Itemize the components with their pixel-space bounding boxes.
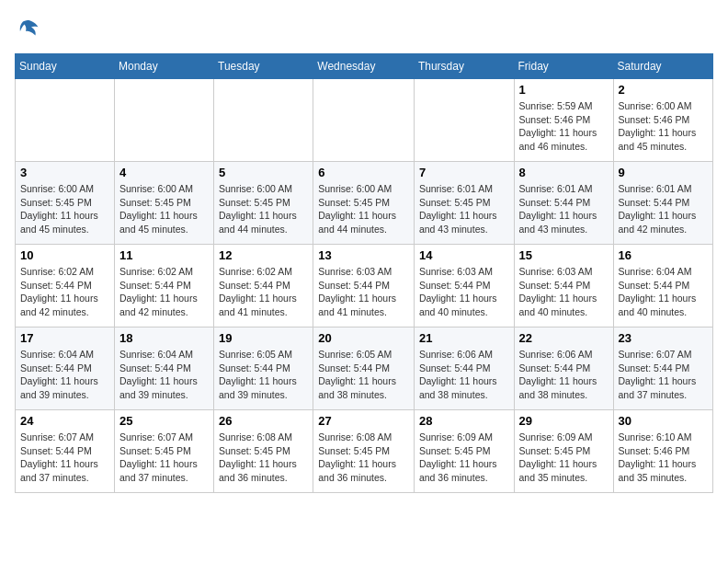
page-header (15, 15, 713, 42)
day-number: 7 (419, 166, 509, 179)
day-number: 29 (519, 414, 609, 428)
calendar-cell (214, 79, 313, 162)
day-info: Sunrise: 6:10 AM Sunset: 5:46 PM Dayligh… (619, 431, 708, 485)
day-info: Sunrise: 6:03 AM Sunset: 5:44 PM Dayligh… (318, 265, 409, 319)
day-number: 15 (519, 248, 609, 262)
calendar-week-3: 17Sunrise: 6:04 AM Sunset: 5:44 PM Dayli… (16, 327, 713, 410)
calendar-week-1: 3Sunrise: 6:00 AM Sunset: 5:45 PM Daylig… (16, 162, 713, 245)
header-wednesday: Wednesday (313, 54, 415, 79)
day-info: Sunrise: 6:00 AM Sunset: 5:45 PM Dayligh… (20, 182, 109, 236)
day-number: 25 (119, 414, 209, 428)
day-info: Sunrise: 6:01 AM Sunset: 5:45 PM Dayligh… (419, 182, 509, 236)
day-number: 20 (318, 331, 409, 345)
header-saturday: Saturday (613, 54, 712, 79)
day-number: 21 (419, 331, 509, 345)
calendar-cell: 9Sunrise: 6:01 AM Sunset: 5:44 PM Daylig… (613, 162, 712, 245)
day-number: 2 (619, 83, 708, 97)
day-info: Sunrise: 6:06 AM Sunset: 5:44 PM Dayligh… (419, 348, 509, 402)
day-info: Sunrise: 6:04 AM Sunset: 5:44 PM Dayligh… (119, 348, 209, 402)
calendar-cell: 5Sunrise: 6:00 AM Sunset: 5:45 PM Daylig… (214, 162, 313, 245)
logo-icon (15, 15, 42, 42)
calendar-cell: 8Sunrise: 6:01 AM Sunset: 5:44 PM Daylig… (514, 162, 613, 245)
calendar-cell (16, 79, 115, 162)
calendar-cell: 29Sunrise: 6:09 AM Sunset: 5:45 PM Dayli… (514, 410, 613, 493)
calendar-cell: 16Sunrise: 6:04 AM Sunset: 5:44 PM Dayli… (613, 245, 712, 327)
day-info: Sunrise: 6:07 AM Sunset: 5:44 PM Dayligh… (619, 348, 708, 402)
day-info: Sunrise: 6:00 AM Sunset: 5:45 PM Dayligh… (219, 182, 308, 236)
calendar-cell: 17Sunrise: 6:04 AM Sunset: 5:44 PM Dayli… (16, 327, 115, 410)
day-number: 16 (619, 248, 708, 262)
header-thursday: Thursday (414, 54, 514, 79)
day-number: 30 (619, 414, 708, 428)
day-number: 17 (20, 331, 109, 345)
day-number: 4 (119, 166, 209, 179)
calendar-cell: 2Sunrise: 6:00 AM Sunset: 5:46 PM Daylig… (613, 79, 712, 162)
day-number: 8 (519, 166, 609, 179)
day-number: 26 (219, 414, 308, 428)
calendar-cell: 14Sunrise: 6:03 AM Sunset: 5:44 PM Dayli… (414, 245, 514, 327)
day-number: 22 (519, 331, 609, 345)
day-number: 19 (219, 331, 308, 345)
day-number: 9 (619, 166, 708, 179)
calendar-week-0: 1Sunrise: 5:59 AM Sunset: 5:46 PM Daylig… (16, 79, 713, 162)
calendar-cell: 21Sunrise: 6:06 AM Sunset: 5:44 PM Dayli… (414, 327, 514, 410)
day-info: Sunrise: 6:01 AM Sunset: 5:44 PM Dayligh… (519, 182, 609, 236)
calendar-cell: 22Sunrise: 6:06 AM Sunset: 5:44 PM Dayli… (514, 327, 613, 410)
calendar-cell: 3Sunrise: 6:00 AM Sunset: 5:45 PM Daylig… (16, 162, 115, 245)
calendar-cell: 26Sunrise: 6:08 AM Sunset: 5:45 PM Dayli… (214, 410, 313, 493)
day-number: 10 (20, 248, 109, 262)
day-number: 11 (119, 248, 209, 262)
day-info: Sunrise: 6:02 AM Sunset: 5:44 PM Dayligh… (119, 265, 209, 319)
calendar-cell: 15Sunrise: 6:03 AM Sunset: 5:44 PM Dayli… (514, 245, 613, 327)
calendar-cell: 7Sunrise: 6:01 AM Sunset: 5:45 PM Daylig… (414, 162, 514, 245)
calendar-cell: 18Sunrise: 6:04 AM Sunset: 5:44 PM Dayli… (115, 327, 214, 410)
day-number: 14 (419, 248, 509, 262)
day-number: 6 (318, 166, 409, 179)
calendar-cell: 24Sunrise: 6:07 AM Sunset: 5:44 PM Dayli… (16, 410, 115, 493)
day-number: 28 (419, 414, 509, 428)
logo (15, 15, 46, 42)
day-info: Sunrise: 6:00 AM Sunset: 5:45 PM Dayligh… (119, 182, 209, 236)
day-info: Sunrise: 6:02 AM Sunset: 5:44 PM Dayligh… (219, 265, 308, 319)
day-info: Sunrise: 5:59 AM Sunset: 5:46 PM Dayligh… (519, 99, 609, 154)
calendar-cell: 30Sunrise: 6:10 AM Sunset: 5:46 PM Dayli… (613, 410, 712, 493)
day-info: Sunrise: 6:07 AM Sunset: 5:44 PM Dayligh… (20, 431, 109, 485)
day-number: 27 (318, 414, 409, 428)
calendar-cell: 4Sunrise: 6:00 AM Sunset: 5:45 PM Daylig… (115, 162, 214, 245)
day-info: Sunrise: 6:00 AM Sunset: 5:46 PM Dayligh… (619, 99, 708, 154)
calendar-cell (313, 79, 415, 162)
day-number: 3 (20, 166, 109, 179)
calendar-header-row: SundayMondayTuesdayWednesdayThursdayFrid… (16, 54, 713, 79)
day-info: Sunrise: 6:01 AM Sunset: 5:44 PM Dayligh… (619, 182, 708, 236)
day-info: Sunrise: 6:05 AM Sunset: 5:44 PM Dayligh… (219, 348, 308, 402)
calendar-cell: 19Sunrise: 6:05 AM Sunset: 5:44 PM Dayli… (214, 327, 313, 410)
calendar-cell: 1Sunrise: 5:59 AM Sunset: 5:46 PM Daylig… (514, 79, 613, 162)
calendar-cell: 23Sunrise: 6:07 AM Sunset: 5:44 PM Dayli… (613, 327, 712, 410)
day-info: Sunrise: 6:03 AM Sunset: 5:44 PM Dayligh… (519, 265, 609, 319)
header-sunday: Sunday (16, 54, 115, 79)
header-tuesday: Tuesday (214, 54, 313, 79)
calendar-cell: 6Sunrise: 6:00 AM Sunset: 5:45 PM Daylig… (313, 162, 415, 245)
calendar-week-4: 24Sunrise: 6:07 AM Sunset: 5:44 PM Dayli… (16, 410, 713, 493)
calendar-cell: 20Sunrise: 6:05 AM Sunset: 5:44 PM Dayli… (313, 327, 415, 410)
day-number: 23 (619, 331, 708, 345)
day-info: Sunrise: 6:09 AM Sunset: 5:45 PM Dayligh… (419, 431, 509, 485)
calendar-cell (414, 79, 514, 162)
day-info: Sunrise: 6:02 AM Sunset: 5:44 PM Dayligh… (20, 265, 109, 319)
calendar-cell: 10Sunrise: 6:02 AM Sunset: 5:44 PM Dayli… (16, 245, 115, 327)
calendar-cell: 11Sunrise: 6:02 AM Sunset: 5:44 PM Dayli… (115, 245, 214, 327)
day-info: Sunrise: 6:07 AM Sunset: 5:45 PM Dayligh… (119, 431, 209, 485)
day-info: Sunrise: 6:05 AM Sunset: 5:44 PM Dayligh… (318, 348, 409, 402)
calendar-week-2: 10Sunrise: 6:02 AM Sunset: 5:44 PM Dayli… (16, 245, 713, 327)
day-number: 18 (119, 331, 209, 345)
calendar-cell: 27Sunrise: 6:08 AM Sunset: 5:45 PM Dayli… (313, 410, 415, 493)
calendar-cell: 28Sunrise: 6:09 AM Sunset: 5:45 PM Dayli… (414, 410, 514, 493)
day-info: Sunrise: 6:08 AM Sunset: 5:45 PM Dayligh… (219, 431, 308, 485)
day-info: Sunrise: 6:03 AM Sunset: 5:44 PM Dayligh… (419, 265, 509, 319)
calendar-cell: 25Sunrise: 6:07 AM Sunset: 5:45 PM Dayli… (115, 410, 214, 493)
day-info: Sunrise: 6:09 AM Sunset: 5:45 PM Dayligh… (519, 431, 609, 485)
day-info: Sunrise: 6:04 AM Sunset: 5:44 PM Dayligh… (20, 348, 109, 402)
calendar-table: SundayMondayTuesdayWednesdayThursdayFrid… (15, 53, 713, 493)
header-monday: Monday (115, 54, 214, 79)
header-friday: Friday (514, 54, 613, 79)
